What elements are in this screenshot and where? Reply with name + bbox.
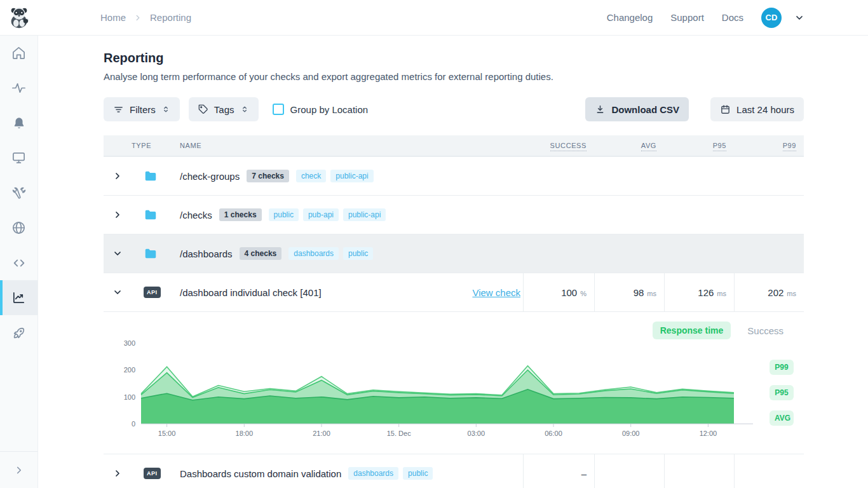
column-header-name: NAME: [177, 142, 523, 149]
sidebar-collapse-button[interactable]: [0, 451, 37, 488]
chart-legend: P99 P95 AVG: [770, 360, 794, 426]
download-icon: [595, 104, 606, 115]
x-tick-label: 09:00: [622, 430, 640, 437]
sidebar-item-dashboards[interactable]: [0, 140, 37, 175]
success-toggle[interactable]: Success: [747, 325, 783, 336]
expand-chevron-right-icon[interactable]: [111, 170, 124, 182]
expand-chevron-right-icon[interactable]: [111, 208, 124, 221]
filters-button[interactable]: Filters: [104, 97, 180, 121]
check-row-dashboard-individual[interactable]: API /dashboard individual check [401] Vi…: [104, 273, 804, 311]
filter-lines-icon: [113, 104, 124, 115]
api-type-badge: API: [144, 468, 161, 479]
date-range-button[interactable]: Last 24 hours: [710, 97, 804, 121]
tag-chip[interactable]: public-api: [343, 208, 386, 221]
check-count-badge: 4 checks: [240, 247, 282, 260]
date-range-label: Last 24 hours: [736, 104, 794, 115]
globe-icon: [11, 220, 26, 235]
tag-chip[interactable]: public: [269, 208, 299, 221]
group-name: /checks: [180, 210, 212, 220]
tag-chip[interactable]: public-api: [330, 170, 373, 182]
tag-chip[interactable]: dashboards: [348, 467, 398, 480]
avg-value: 98: [634, 287, 644, 298]
line-chart-icon: [11, 290, 26, 305]
y-tick-label: 300: [124, 339, 135, 347]
view-check-link[interactable]: View check: [472, 287, 520, 298]
folder-icon: [144, 247, 158, 261]
breadcrumb-chevron-icon: [133, 13, 142, 22]
calendar-icon: [720, 104, 731, 115]
group-by-location-control[interactable]: Group by Location: [273, 104, 369, 115]
check-row-custom-domain[interactable]: API Dashboards custom domain validation …: [104, 454, 804, 488]
group-row-checks[interactable]: /checks 1 checks public pub-api public-a…: [104, 195, 804, 234]
group-row-dashboards[interactable]: /dashboards 4 checks dashboards public: [104, 234, 804, 273]
sidebar-item-home[interactable]: [0, 36, 37, 71]
tag-chip[interactable]: public: [403, 467, 433, 480]
column-header-success[interactable]: SUCCESS: [550, 142, 587, 151]
folder-icon: [144, 208, 158, 222]
response-time-chart: 010020030015:0018:0021:0015. Dec03:0006:…: [121, 338, 754, 438]
monitor-icon: [11, 151, 26, 165]
docs-link[interactable]: Docs: [722, 12, 743, 23]
response-time-toggle[interactable]: Response time: [653, 322, 731, 339]
x-tick-label: 15:00: [158, 430, 176, 437]
bell-icon: [12, 116, 26, 130]
changelog-link[interactable]: Changelog: [607, 12, 653, 23]
x-tick-label: 15. Dec: [387, 430, 411, 437]
tag-chip[interactable]: public: [343, 247, 373, 260]
tag-chip[interactable]: check: [296, 170, 326, 182]
y-tick-label: 200: [124, 366, 135, 374]
success-value: 100: [561, 287, 577, 298]
tag-chip[interactable]: pub-api: [303, 208, 339, 221]
home-icon: [11, 46, 26, 60]
reporting-table: TYPE NAME SUCCESS AVG P95 P99 /check-gro…: [104, 135, 804, 488]
page-subtitle: Analyse long term performance of your ch…: [104, 71, 868, 82]
column-header-p95[interactable]: P95: [713, 142, 726, 151]
group-by-location-checkbox[interactable]: [273, 104, 284, 115]
tag-icon: [198, 104, 208, 114]
legend-avg[interactable]: AVG: [770, 410, 794, 426]
x-tick-label: 21:00: [313, 430, 330, 437]
expand-chevron-right-icon[interactable]: [111, 467, 124, 480]
sidebar-item-activity[interactable]: [0, 71, 37, 105]
filters-button-label: Filters: [130, 104, 156, 115]
group-by-location-label: Group by Location: [290, 104, 369, 115]
group-row-check-groups[interactable]: /check-groups 7 checks check public-api: [104, 156, 804, 195]
rocket-icon: [12, 326, 26, 340]
sidebar-item-snippets[interactable]: [0, 245, 37, 280]
legend-p95[interactable]: P95: [770, 385, 794, 400]
breadcrumb-home-link[interactable]: Home: [100, 12, 126, 23]
sidebar-item-maintenance[interactable]: [0, 175, 37, 210]
download-csv-button[interactable]: Download CSV: [585, 97, 689, 121]
code-icon: [12, 256, 26, 270]
legend-p99[interactable]: P99: [770, 360, 794, 375]
activity-icon: [11, 81, 26, 95]
collapse-chevron-down-icon[interactable]: [111, 286, 124, 299]
sort-arrows-icon: [161, 105, 170, 114]
column-header-avg[interactable]: AVG: [641, 142, 656, 151]
sidebar-item-runtimes[interactable]: [0, 315, 37, 350]
topnav: Changelog Support Docs CD: [607, 8, 868, 28]
wrench-icon: [12, 186, 26, 200]
check-chart-panel: Response time Success 010020030015:0018:…: [104, 311, 804, 454]
y-tick-label: 0: [132, 420, 135, 428]
support-link[interactable]: Support: [670, 12, 704, 23]
tag-chip[interactable]: dashboards: [288, 247, 339, 260]
sidebar-item-alerts[interactable]: [0, 105, 37, 140]
app-logo[interactable]: [0, 6, 38, 30]
collapse-chevron-down-icon[interactable]: [111, 247, 124, 260]
column-header-p99[interactable]: P99: [783, 142, 796, 151]
p95-value: 126: [698, 287, 714, 298]
sidebar-item-reporting[interactable]: [0, 280, 37, 315]
x-tick-label: 03:00: [468, 430, 485, 437]
user-avatar[interactable]: CD: [761, 8, 782, 28]
tags-button[interactable]: Tags: [189, 97, 259, 121]
api-type-badge: API: [144, 287, 161, 298]
sidebar-item-private-locations[interactable]: [0, 210, 37, 245]
column-header-type: TYPE: [132, 142, 177, 149]
account-menu-chevron-icon[interactable]: [794, 13, 804, 23]
check-count-badge: 7 checks: [247, 170, 289, 182]
download-csv-label: Download CSV: [611, 104, 679, 115]
check-name: /dashboard individual check [401]: [180, 287, 322, 298]
p99-unit: ms: [787, 288, 796, 297]
x-tick-label: 06:00: [545, 430, 562, 437]
